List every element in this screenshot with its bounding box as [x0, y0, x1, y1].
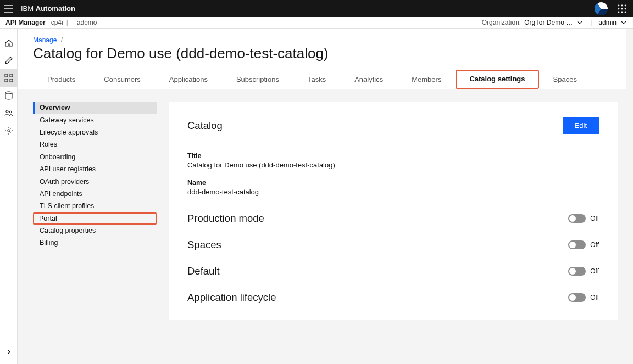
sideitem-portal[interactable]: Portal: [33, 212, 157, 225]
org-dropdown[interactable]: [576, 19, 584, 26]
toggle-spaces: Spaces Off: [187, 239, 599, 251]
tab-products[interactable]: Products: [33, 70, 90, 89]
tabs: Products Consumers Applications Subscrip…: [18, 70, 633, 89]
context-2: ademo: [77, 19, 97, 26]
sideitem-lifecycle-approvals[interactable]: Lifecycle approvals: [33, 126, 157, 138]
left-rail: [0, 29, 18, 364]
edit-icon: [4, 56, 13, 65]
svg-point-15: [9, 111, 12, 113]
svg-point-13: [5, 92, 12, 94]
apps-grid-icon: [618, 4, 626, 13]
grid-icon: [4, 74, 13, 82]
menu-toggle[interactable]: [0, 0, 18, 17]
data-icon: [4, 91, 13, 100]
shell: Manage / Catalog for Demo use (ddd-demo-…: [0, 29, 633, 364]
brand-prefix: IBM: [21, 4, 34, 13]
tab-catalog-settings[interactable]: Catalog settings: [456, 70, 538, 89]
svg-rect-12: [10, 79, 13, 82]
user-name[interactable]: admin: [598, 19, 617, 26]
toggle-app-lifecycle: Application lifecycle Off: [187, 292, 599, 304]
switch-state: Off: [590, 241, 599, 249]
field-title: Title Catalog for Demo use (ddd-demo-tes…: [187, 152, 599, 169]
svg-rect-10: [10, 74, 13, 77]
rail-expand[interactable]: [0, 343, 18, 361]
toggle-label: Application lifecycle: [187, 292, 276, 304]
context-1: cp4i: [51, 19, 63, 26]
svg-point-8: [625, 11, 626, 13]
hamburger-icon: [4, 5, 13, 13]
tab-consumers[interactable]: Consumers: [90, 70, 154, 89]
sideitem-billing[interactable]: Billing: [33, 237, 157, 249]
breadcrumb-slash: /: [61, 36, 63, 44]
scrollbar[interactable]: [626, 29, 633, 364]
sideitem-oauth-providers[interactable]: OAuth providers: [33, 175, 157, 187]
chevron-down-icon: [577, 21, 582, 24]
rail-manage[interactable]: [0, 69, 18, 87]
sideitem-tls-client-profiles[interactable]: TLS client profiles: [33, 200, 157, 212]
members-icon: [4, 109, 13, 117]
svg-point-16: [7, 130, 9, 132]
app-title: API Manager: [5, 19, 46, 26]
switch-production-mode[interactable]: [568, 214, 586, 223]
toggle-default: Default Off: [187, 265, 599, 277]
rail-resources[interactable]: [0, 87, 18, 104]
svg-point-14: [5, 110, 8, 113]
sideitem-overview[interactable]: Overview: [33, 102, 157, 114]
tab-members[interactable]: Members: [397, 70, 456, 89]
home-icon: [4, 38, 13, 47]
toggle-label: Production mode: [187, 212, 264, 225]
org-value[interactable]: Org for Demo …: [524, 19, 573, 26]
svg-point-2: [625, 4, 626, 6]
svg-point-7: [621, 11, 623, 13]
sideitem-catalog-properties[interactable]: Catalog properties: [33, 225, 157, 237]
rail-home[interactable]: [0, 34, 18, 52]
tab-analytics[interactable]: Analytics: [340, 70, 397, 89]
brand-suffix: Automation: [36, 4, 75, 13]
tab-tasks[interactable]: Tasks: [293, 70, 340, 89]
switch-spaces[interactable]: [568, 240, 586, 249]
rail-settings[interactable]: [0, 122, 18, 139]
content: Manage / Catalog for Demo use (ddd-demo-…: [18, 29, 633, 364]
chevron-right-icon: [5, 349, 12, 355]
sideitem-onboarding[interactable]: Onboarding: [33, 151, 157, 163]
tab-applications[interactable]: Applications: [155, 70, 222, 89]
tab-spaces[interactable]: Spaces: [539, 70, 591, 89]
tab-subscriptions[interactable]: Subscriptions: [222, 70, 293, 89]
switch-default[interactable]: [568, 267, 586, 276]
sub-header: API Manager cp4i | ademo Organization: O…: [0, 17, 633, 29]
page-title: Catalog for Demo use (ddd-demo-test-cata…: [18, 44, 633, 70]
breadcrumb-manage[interactable]: Manage: [33, 36, 57, 44]
sideitem-api-user-registries[interactable]: API user registries: [33, 163, 157, 175]
user-dropdown[interactable]: [620, 19, 628, 26]
settings-icon: [4, 126, 13, 135]
rail-develop[interactable]: [0, 52, 18, 69]
avatar[interactable]: [595, 2, 608, 15]
rail-members[interactable]: [0, 104, 18, 122]
field-title-value: Catalog for Demo use (ddd-demo-test-cata…: [187, 161, 599, 169]
switch-state: Off: [590, 215, 599, 222]
toggle-label: Default: [187, 265, 220, 277]
switch-app-lifecycle[interactable]: [568, 293, 586, 302]
brand: IBM Automation: [21, 4, 75, 13]
field-name-label: Name: [187, 179, 599, 187]
svg-point-6: [618, 11, 620, 13]
card-heading: Catalog: [187, 120, 223, 132]
side-menu: Overview Gateway services Lifecycle appr…: [33, 102, 157, 249]
svg-point-0: [618, 4, 620, 6]
svg-rect-11: [5, 79, 8, 82]
edit-button[interactable]: Edit: [563, 117, 599, 134]
field-title-label: Title: [187, 152, 599, 160]
sideitem-roles[interactable]: Roles: [33, 138, 157, 150]
sideitem-gateway-services[interactable]: Gateway services: [33, 114, 157, 126]
sideitem-api-endpoints[interactable]: API endpoints: [33, 188, 157, 200]
breadcrumb: Manage /: [18, 29, 633, 44]
switch-state: Off: [590, 294, 599, 301]
separator: |: [590, 19, 592, 26]
svg-point-5: [625, 8, 626, 9]
global-header: IBM Automation: [0, 0, 633, 17]
settings-card: Catalog Edit Title Catalog for Demo use …: [169, 102, 618, 320]
card-header: Catalog Edit: [187, 117, 599, 142]
separator: |: [66, 19, 68, 26]
app-switcher[interactable]: [613, 0, 631, 17]
toggle-production-mode: Production mode Off: [187, 212, 599, 225]
